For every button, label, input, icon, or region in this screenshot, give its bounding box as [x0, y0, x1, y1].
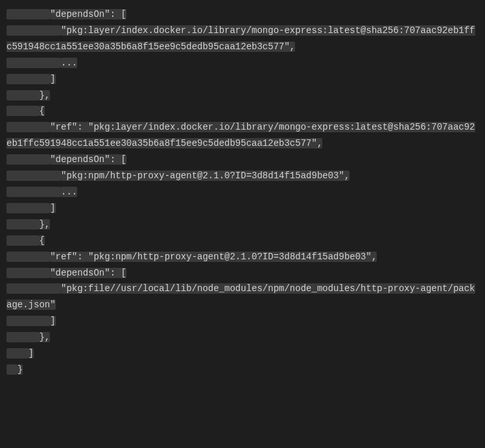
code-block: "dependsOn": [ "pkg:layer/index.docker.i…	[6, 6, 479, 378]
